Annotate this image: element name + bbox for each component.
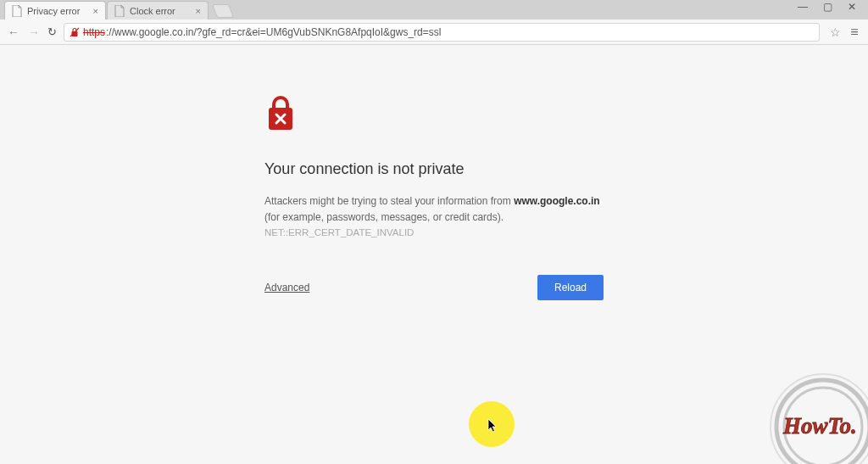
svg-text:HowTo.: HowTo. (782, 413, 857, 439)
error-code: NET::ERR_CERT_DATE_INVALID (264, 227, 414, 238)
tab-label: Clock error (130, 6, 175, 16)
tab-clock-error[interactable]: Clock error × (107, 1, 209, 20)
insecure-lock-icon (70, 27, 80, 37)
window-maximize[interactable]: ▢ (823, 1, 832, 13)
error-body: Attackers might be trying to steal your … (264, 193, 604, 241)
url-scheme: https (83, 26, 105, 38)
page-icon (114, 5, 125, 17)
error-body-prefix: Attackers might be trying to steal your … (264, 195, 514, 207)
menu-button[interactable]: ≡ (848, 28, 861, 36)
error-hostname: www.google.co.in (514, 195, 600, 207)
howto-watermark: HowTo. (743, 366, 868, 464)
advanced-link[interactable]: Advanced (264, 282, 309, 293)
reload-page-button[interactable]: Reload (537, 275, 604, 300)
back-button[interactable]: ← (7, 25, 20, 39)
lock-error-icon (264, 96, 297, 131)
forward-button[interactable]: → (27, 25, 41, 39)
window-controls: — ▢ ✕ (798, 0, 868, 13)
error-body-suffix: (for example, passwords, messages, or cr… (264, 211, 504, 223)
error-icon-wrap (264, 96, 604, 135)
page-content: Your connection is not private Attackers… (0, 45, 868, 464)
error-actions: Advanced Reload (264, 275, 604, 300)
cursor-highlight (469, 401, 515, 447)
reload-button[interactable]: ↻ (47, 25, 57, 38)
address-bar[interactable]: https ://www.google.co.in/?gfe_rd=cr&ei=… (64, 23, 820, 42)
window-minimize[interactable]: — (798, 1, 808, 13)
tab-privacy-error[interactable]: Privacy error × (4, 1, 106, 20)
toolbar: ← → ↻ https ://www.google.co.in/?gfe_rd=… (0, 20, 868, 45)
tab-label: Privacy error (27, 6, 80, 16)
bookmark-button[interactable]: ☆ (830, 25, 841, 39)
new-tab-button[interactable] (212, 4, 234, 18)
tab-close-icon[interactable]: × (93, 6, 98, 16)
url-text: ://www.google.co.in/?gfe_rd=cr&ei=UM6gVu… (106, 26, 441, 38)
window-close[interactable]: ✕ (848, 1, 856, 13)
error-headline: Your connection is not private (264, 160, 604, 178)
page-icon (12, 5, 22, 17)
ssl-error-interstitial: Your connection is not private Attackers… (264, 96, 604, 300)
cursor-icon (487, 418, 498, 433)
tab-bar: Privacy error × Clock error × (0, 0, 868, 20)
tab-close-icon[interactable]: × (196, 6, 201, 16)
